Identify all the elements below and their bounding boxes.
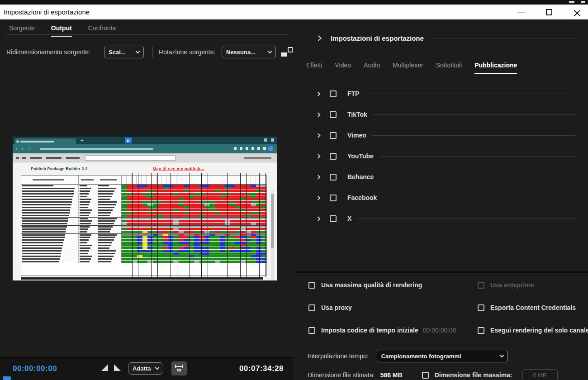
publish-section-x[interactable]: X xyxy=(294,214,588,223)
chevron-right-icon[interactable] xyxy=(316,91,321,96)
option-label: Esegui rendering del solo canale xyxy=(490,327,588,334)
toolbar-right-text xyxy=(244,157,271,159)
section-label: Vimeo xyxy=(347,132,366,139)
sheet-scrollbar-thumb xyxy=(271,194,274,248)
tab-video[interactable]: Video xyxy=(335,62,351,74)
chevron-right-icon[interactable] xyxy=(316,175,321,179)
checkbox[interactable] xyxy=(308,304,315,311)
option-label: Usa proxy xyxy=(321,304,352,311)
preview-app-toolbar xyxy=(13,153,277,162)
max-size-input[interactable]: 0 MB xyxy=(522,369,558,380)
publish-section-tiktok[interactable]: TikTok xyxy=(294,109,588,119)
behance-checkbox[interactable] xyxy=(330,174,337,180)
section-label: FTP xyxy=(347,90,359,97)
source-rotation-value: Nessuna... xyxy=(226,49,256,56)
sheet-title: Publish Package Builder 2.2 xyxy=(31,166,87,171)
tab-divider xyxy=(6,34,289,35)
top-strip xyxy=(0,0,588,5)
publish-section-facebook[interactable]: Facebook xyxy=(294,193,588,203)
source-rotation-dropdown[interactable]: Nessuna... xyxy=(222,46,276,58)
maximize-button[interactable] xyxy=(539,5,559,19)
play-badge-icon: ▶ xyxy=(125,138,132,143)
tab-divider xyxy=(299,73,584,73)
source-scaling-value: Scal... xyxy=(109,49,126,56)
section-line xyxy=(379,156,575,157)
background-window-fragment xyxy=(581,1,585,3)
checkbox[interactable] xyxy=(308,282,315,289)
chevron-right-icon[interactable] xyxy=(316,195,321,200)
publish-section-vimeo[interactable]: Vimeo xyxy=(294,130,588,140)
option-usa-anteprime[interactable]: Usa anteprime xyxy=(478,281,534,289)
time-interpolation-dropdown[interactable]: Campionamento fotogrammi xyxy=(377,350,508,362)
x-checkbox[interactable] xyxy=(330,215,337,222)
chevron-down-icon xyxy=(268,49,272,53)
sheet-bottom-bar xyxy=(21,277,263,280)
chevron-right-icon[interactable] xyxy=(316,216,321,221)
maximize-icon xyxy=(546,9,552,15)
chevron-right-icon xyxy=(316,35,322,41)
set-out-point-icon[interactable] xyxy=(114,364,121,371)
estimated-size-label: Dimensione file stimata: xyxy=(308,371,375,379)
tab-audio[interactable]: Audio xyxy=(364,62,380,74)
crop-icon[interactable] xyxy=(281,47,293,57)
checkbox[interactable] xyxy=(308,327,315,334)
option-label: Esporta Content Credentials xyxy=(490,304,576,311)
ftp-checkbox[interactable] xyxy=(330,90,337,97)
option-usa-massima-qualit-di-rendering[interactable]: Usa massima qualità di rendering xyxy=(308,281,422,289)
preview-frame: + ▶ ‹ › ⌂ Publish Package Builder 2.2 Ma… xyxy=(13,137,277,280)
start-timecode-value: 00:00:00:00 xyxy=(423,327,456,334)
checkbox[interactable] xyxy=(478,327,484,334)
section-line xyxy=(373,114,575,115)
section-line xyxy=(379,177,575,177)
estimated-size-value: 586 MB xyxy=(380,371,403,379)
time-interpolation-label: Interpolazione tempo: xyxy=(308,352,369,360)
vimeo-checkbox[interactable] xyxy=(330,132,337,139)
option-esporta-content-credentials[interactable]: Esporta Content Credentials xyxy=(478,304,576,311)
checkbox xyxy=(478,282,484,289)
publish-section-youtube[interactable]: YouTube xyxy=(294,151,588,161)
tiktok-checkbox[interactable] xyxy=(330,111,337,118)
export-settings-header[interactable]: Impostazioni di esportazione xyxy=(317,34,575,42)
browser-forward-icon: › xyxy=(22,147,23,151)
section-line xyxy=(383,198,575,198)
checkbox[interactable] xyxy=(478,304,484,311)
option-usa-proxy[interactable]: Usa proxy xyxy=(308,304,352,311)
playhead-marker[interactable] xyxy=(3,376,11,380)
minimize-button[interactable] xyxy=(511,5,531,19)
section-divider xyxy=(294,271,588,273)
chevron-right-icon[interactable] xyxy=(316,154,321,158)
set-in-point-icon[interactable] xyxy=(101,364,108,371)
chevron-right-icon[interactable] xyxy=(316,133,321,138)
current-timecode[interactable]: 00:00:00:00 xyxy=(13,364,57,373)
tab-effetti[interactable]: Effetti xyxy=(306,62,322,74)
window-titlebar: Impostazioni di esportazione xyxy=(0,5,588,19)
crop-output-button[interactable] xyxy=(171,361,187,375)
publish-section-behance[interactable]: Behance xyxy=(294,172,588,182)
youtube-checkbox[interactable] xyxy=(330,153,337,160)
transport-bar: 00:00:00:00 Adatta 00:07:34:28 xyxy=(0,358,293,380)
source-scaling-dropdown[interactable]: Scal... xyxy=(104,46,144,58)
section-line xyxy=(365,94,575,94)
max-size-checkbox[interactable] xyxy=(422,372,429,379)
control-separator xyxy=(152,47,153,57)
background-window-fragment xyxy=(569,1,574,3)
sheet-red-banner: May I/I see my publish... xyxy=(153,166,205,171)
option-label: Usa massima qualità di rendering xyxy=(321,281,422,289)
tab-sottotitoli[interactable]: Sottotitoli xyxy=(436,62,462,74)
close-button[interactable] xyxy=(567,5,587,20)
publish-section-ftp[interactable]: FTP xyxy=(294,89,588,99)
chevron-right-icon[interactable] xyxy=(316,112,321,117)
section-line xyxy=(357,218,575,219)
sheet-table-header xyxy=(21,176,266,185)
preview-sheet: Publish Package Builder 2.2 May I/I see … xyxy=(13,162,277,280)
source-scaling-label: Ridimensionamento sorgente: xyxy=(6,48,90,56)
option-label: Imposta codice di tempo iniziale xyxy=(321,327,418,334)
option-esegui-rendering-del-solo-canale[interactable]: Esegui rendering del solo canale xyxy=(478,327,588,334)
section-label: YouTube xyxy=(347,152,374,160)
duration-timecode: 00:07:34:28 xyxy=(228,364,284,373)
facebook-checkbox[interactable] xyxy=(330,195,337,201)
option-imposta-codice-di-tempo-iniziale[interactable]: Imposta codice di tempo iniziale00:00:00… xyxy=(308,327,456,334)
tab-multiplexer[interactable]: Multiplexer xyxy=(393,62,423,74)
tab-pubblicazione[interactable]: Pubblicazione xyxy=(474,62,517,74)
zoom-fit-dropdown[interactable]: Adatta xyxy=(128,362,163,375)
